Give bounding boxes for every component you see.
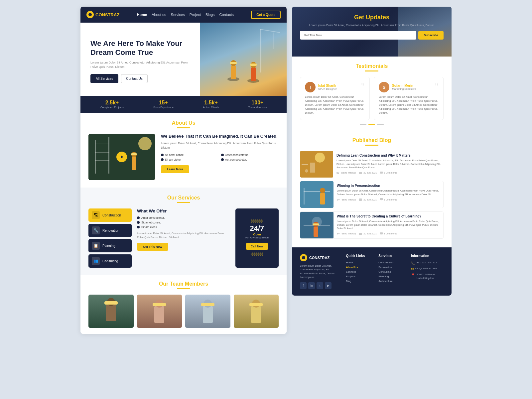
stat-label-0: Completed Projects bbox=[100, 106, 124, 109]
svg-rect-44 bbox=[380, 172, 383, 174]
youtube-icon[interactable]: ▶ bbox=[325, 282, 332, 289]
service-tab-renovation[interactable]: 🔧 Renovation bbox=[88, 224, 132, 237]
play-button[interactable] bbox=[116, 152, 127, 162]
nav-project[interactable]: Project bbox=[190, 13, 201, 17]
stat-years-experience: 15+ Years Experience bbox=[153, 100, 174, 109]
service-tab-consulting[interactable]: 👥 Consulting bbox=[88, 254, 132, 268]
twitter-icon[interactable]: t bbox=[317, 282, 323, 289]
email-icon: ✉ bbox=[411, 267, 414, 271]
testimonial-name-1: Sofarin Merin bbox=[392, 84, 416, 87]
footer-quick-links-title: Quick Links bbox=[346, 254, 373, 258]
nav-home[interactable]: Home bbox=[137, 13, 147, 17]
hero-buttons: All Services Contact Us bbox=[90, 74, 192, 83]
footer-logo-icon bbox=[300, 254, 307, 261]
testimonial-card-0: I Isfat Sharik UI/UX Designer " Lorem ip… bbox=[300, 77, 370, 120]
svg-rect-27 bbox=[154, 306, 164, 323]
footer-link-about[interactable]: About Us bbox=[346, 266, 373, 269]
footer-link-blog[interactable]: Blog bbox=[346, 280, 373, 283]
facebook-icon[interactable]: f bbox=[300, 282, 307, 289]
contact-us-button[interactable]: Contact Us bbox=[121, 74, 147, 83]
svg-rect-51 bbox=[359, 199, 362, 201]
dot-0[interactable] bbox=[360, 124, 366, 125]
about-list: Sit amet conse. Amet cons ectetur. Sit a… bbox=[161, 153, 279, 161]
learn-more-button[interactable]: Learn More bbox=[161, 165, 189, 173]
footer-svc-planning[interactable]: Planning bbox=[378, 275, 406, 278]
get-quote-button[interactable]: Get a Quote bbox=[251, 11, 281, 19]
svg-point-40 bbox=[305, 169, 308, 173]
quote-icon-1: " bbox=[435, 81, 439, 92]
about-list-item-2: Sit am ctetur. bbox=[161, 158, 218, 161]
footer-section: CONSTRAZ Lorem ipsum Dolor Sit Amet, Con… bbox=[292, 247, 452, 296]
avatar-1: S bbox=[379, 82, 389, 92]
svg-marker-66 bbox=[381, 234, 381, 235]
team-img-2 bbox=[137, 295, 182, 328]
team-section: Our Team Members bbox=[80, 275, 287, 334]
footer-svc-architecture[interactable]: Architecture bbox=[378, 280, 406, 283]
all-services-button[interactable]: All Services bbox=[90, 74, 118, 83]
footer-svc-renovation[interactable]: Renovation bbox=[378, 266, 406, 269]
footer-phone-item: 📞 +61 123 775 1122 bbox=[411, 261, 444, 265]
location-icon: 📍 bbox=[411, 273, 415, 277]
team-img-4 bbox=[234, 295, 279, 328]
svg-marker-45 bbox=[381, 174, 381, 174]
services-tabs: 🏗 Construction 🔧 Renovation 📋 Planning 👥… bbox=[88, 208, 132, 268]
svg-rect-62 bbox=[359, 233, 362, 235]
footer-svc-construction[interactable]: Construction bbox=[378, 261, 406, 264]
footer-desc: Lorem ipsum Dolor Sit Amet, Consectetur … bbox=[300, 264, 341, 279]
blog-title-1: Winning in Preconstruction bbox=[337, 184, 441, 188]
footer-logo: CONSTRAZ bbox=[300, 254, 341, 261]
blog-comments-1: 3 Comments bbox=[380, 198, 397, 201]
blog-content-0: Defining Lean Construction and Why It Ma… bbox=[336, 151, 444, 178]
team-img-3 bbox=[185, 295, 230, 328]
testimonial-role-1: Marketing Executive bbox=[392, 87, 416, 90]
nav-blogs[interactable]: Blogs bbox=[205, 13, 215, 17]
nav-about[interactable]: About us bbox=[152, 13, 166, 17]
team-card-2 bbox=[137, 295, 182, 328]
updates-form: Subscribe bbox=[300, 31, 444, 40]
about-list-item-1: Amet cons ectetur. bbox=[221, 153, 279, 157]
footer-link-projects[interactable]: Projects bbox=[346, 275, 373, 278]
stat-num-0: 2.5k+ bbox=[100, 100, 124, 106]
svg-rect-65 bbox=[380, 232, 383, 234]
updates-email-input[interactable] bbox=[300, 31, 416, 40]
nav-contacts[interactable]: Contacts bbox=[219, 13, 234, 17]
blog-item-0: Defining Lean Construction and Why It Ma… bbox=[300, 151, 444, 178]
call-now-button[interactable]: Call Now bbox=[246, 243, 268, 250]
footer-svc-consulting[interactable]: Consulting bbox=[378, 270, 406, 273]
svg-point-67 bbox=[302, 256, 305, 259]
blog-item-1: Winning in Preconstruction Lorem ipsum D… bbox=[300, 181, 444, 208]
blog-comments-2: 3 Comments bbox=[380, 232, 397, 235]
service-tab-planning[interactable]: 📋 Planning bbox=[88, 239, 132, 252]
svg-rect-18 bbox=[95, 160, 109, 161]
svg-point-50 bbox=[320, 188, 325, 193]
service-tab-label-1: Renovation bbox=[102, 229, 119, 232]
dot-1[interactable] bbox=[368, 124, 375, 125]
svg-rect-43 bbox=[361, 172, 361, 172]
quote-icon-0: " bbox=[361, 81, 365, 92]
instagram-icon[interactable]: in bbox=[308, 282, 315, 289]
testimonials-section: Testimonials I Isfat Sharik UI/UX Design… bbox=[292, 57, 452, 132]
footer-logo-text: CONSTRAZ bbox=[309, 256, 330, 260]
blog-meta-2: By - david Mackay 20 July 2021 3 Comment… bbox=[337, 232, 441, 235]
footer-brand-col: CONSTRAZ Lorem ipsum Dolor Sit Amet, Con… bbox=[300, 254, 341, 289]
nav-services[interactable]: Services bbox=[171, 13, 185, 17]
offer-item-1: Sit amet conse. bbox=[137, 221, 230, 224]
footer-services-col: Services Construction Renovation Consult… bbox=[378, 254, 406, 289]
testimonial-name-0: Isfat Sharik bbox=[318, 84, 337, 87]
updates-section: Get Updates Lorem ipsum Dolor Sit Amet, … bbox=[292, 7, 452, 57]
svg-rect-33 bbox=[251, 306, 261, 323]
footer-link-services[interactable]: Services bbox=[346, 270, 373, 273]
svg-rect-53 bbox=[361, 198, 361, 199]
service-tab-construction[interactable]: 🏗 Construction bbox=[88, 208, 132, 222]
construction-icon: 🏗 bbox=[92, 211, 100, 219]
footer-link-home[interactable]: Home bbox=[346, 261, 373, 264]
blog-item-2: What is The Secret to Creating a Culture… bbox=[300, 211, 444, 239]
subscribe-button[interactable]: Subscribe bbox=[418, 31, 444, 40]
blog-text-1: Lorem ipsum Dolor Sit Amet, Consectetur … bbox=[337, 189, 441, 196]
footer-address: 90022 JM Flores United Kingdom bbox=[417, 273, 435, 280]
support-for-text: For Any Suggestion bbox=[245, 236, 269, 239]
get-this-now-button[interactable]: Get This Now bbox=[137, 243, 168, 251]
dot-2[interactable] bbox=[377, 124, 384, 125]
offer-item-0: Amet cons ectetur. bbox=[137, 216, 230, 219]
arrows-decoration-bottom: ⟫⟫⟫⟫⟫⟫ bbox=[251, 252, 263, 256]
